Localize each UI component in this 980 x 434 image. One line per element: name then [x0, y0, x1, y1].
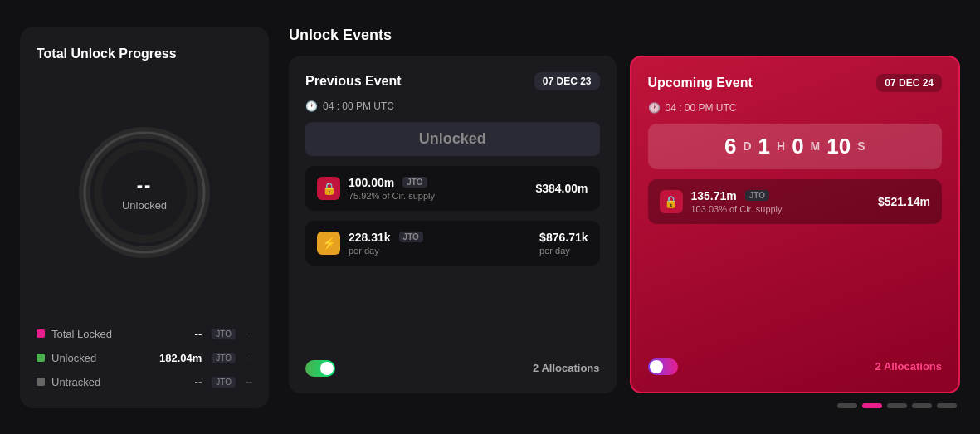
previous-toggle-knob [320, 362, 334, 375]
previous-allocations-label: 2 Allocations [533, 362, 599, 374]
countdown-minutes: 0 [792, 134, 803, 159]
previous-alloc2-usd: $876.71k [539, 231, 588, 244]
stat-extra-untracked: -- [246, 376, 252, 388]
stat-name-untracked: Untracked [51, 376, 188, 388]
upcoming-alloc1-token: JTO [745, 190, 769, 201]
stat-extra-total-locked: -- [246, 328, 252, 339]
previous-alloc1-row: 🔒 100.00m JTO 75.92% of Cir. supply $384… [305, 166, 600, 211]
previous-alloc2-usd-sub: per day [539, 246, 588, 256]
gauge-label: Unlocked [122, 199, 167, 212]
upcoming-allocations-label: 2 Allocations [875, 360, 942, 373]
previous-event-card: Previous Event 07 DEC 23 🕐 04 : 00 PM UT… [289, 56, 617, 393]
token-icon-jto-2: ⚡ [317, 232, 340, 255]
upcoming-event-card: Upcoming Event 07 DEC 24 🕐 04 : 00 PM UT… [630, 56, 961, 393]
previous-event-title: Previous Event [305, 74, 402, 89]
upcoming-toggle[interactable] [648, 358, 678, 375]
stat-dot-gray [37, 378, 45, 386]
stat-dot-green [37, 354, 45, 362]
upcoming-event-date: 07 DEC 24 [876, 74, 942, 92]
dot-3[interactable] [887, 403, 907, 408]
previous-event-time-value: 04 : 00 PM UTC [323, 100, 394, 112]
stat-token-total-locked: JTO [212, 329, 236, 339]
upcoming-alloc1-amount: 135.71m [691, 189, 737, 202]
upcoming-alloc1-sub: 103.03% of Cir. supply [691, 204, 870, 214]
previous-alloc2-main: 228.31k JTO [349, 231, 531, 244]
previous-alloc2-sub: per day [349, 246, 531, 256]
upcoming-token-icon: 🔒 [660, 190, 683, 213]
upcoming-alloc1-main: 135.71m JTO [691, 189, 870, 202]
stat-value-untracked: -- [195, 376, 202, 388]
stat-token-untracked: JTO [212, 377, 236, 388]
previous-alloc1-usd: $384.00m [535, 182, 588, 195]
previous-alloc1-sub: 75.92% of Cir. supply [349, 191, 527, 201]
previous-event-footer: 2 Allocations [305, 360, 600, 377]
upcoming-alloc1-usd: $521.14m [878, 195, 930, 208]
section-title: Unlock Events [289, 27, 960, 44]
previous-alloc1-amount: 100.00m [349, 176, 394, 189]
previous-alloc2-info: 228.31k JTO per day [349, 231, 531, 256]
upcoming-alloc1-row: 🔒 135.71m JTO 103.03% of Cir. supply $52… [648, 179, 943, 224]
stat-row-unlocked: Unlocked 182.04m JTO -- [37, 352, 252, 364]
previous-event-header: Previous Event 07 DEC 23 [305, 72, 600, 90]
previous-event-date: 07 DEC 23 [534, 72, 600, 90]
previous-toggle[interactable] [305, 360, 335, 377]
countdown-seconds-unit: S [857, 139, 865, 153]
upcoming-toggle-knob [650, 360, 663, 373]
stats-list: Total Locked -- JTO -- Unlocked 182.04m … [37, 328, 252, 388]
stat-extra-unlocked: -- [246, 352, 252, 363]
right-section: Unlock Events Previous Event 07 DEC 23 🕐… [289, 27, 960, 408]
stat-token-unlocked: JTO [212, 353, 236, 363]
left-panel-title: Total Unlock Progress [37, 46, 177, 61]
previous-alloc2-token: JTO [399, 232, 423, 242]
events-row: Previous Event 07 DEC 23 🕐 04 : 00 PM UT… [289, 56, 960, 393]
countdown-box: 6 D 1 H 0 M 10 S [648, 124, 943, 169]
upcoming-alloc1-info: 135.71m JTO 103.03% of Cir. supply [691, 189, 870, 214]
dot-5[interactable] [937, 403, 957, 408]
upcoming-event-time: 🕐 04 : 00 PM UTC [648, 102, 943, 114]
left-panel: Total Unlock Progress -- Unlocked Total … [20, 27, 269, 408]
upcoming-event-header: Upcoming Event 07 DEC 24 [648, 74, 943, 92]
dot-4[interactable] [912, 403, 932, 408]
gauge-center: -- Unlocked [122, 174, 167, 212]
stat-row-untracked: Untracked -- JTO -- [37, 376, 252, 388]
stat-name-total-locked: Total Locked [51, 328, 188, 340]
gauge-dashes: -- [137, 174, 153, 196]
stat-row-total-locked: Total Locked -- JTO -- [37, 328, 252, 340]
previous-alloc2-row: ⚡ 228.31k JTO per day $876.71k per day [305, 221, 600, 266]
countdown-days: 6 [724, 134, 736, 159]
dot-1[interactable] [837, 403, 857, 408]
countdown-hours: 1 [758, 134, 770, 159]
previous-alloc1-info: 100.00m JTO 75.92% of Cir. supply [349, 176, 527, 201]
clock-icon-previous: 🕐 [305, 100, 318, 112]
countdown-days-unit: D [743, 139, 751, 153]
dot-2[interactable] [862, 403, 882, 408]
upcoming-event-title: Upcoming Event [648, 76, 753, 90]
previous-alloc1-main: 100.00m JTO [349, 176, 527, 189]
gauge-container: -- Unlocked [37, 78, 252, 308]
gauge-wrapper: -- Unlocked [78, 126, 211, 259]
previous-alloc1-token: JTO [402, 177, 427, 188]
countdown-hours-unit: H [777, 139, 785, 153]
bottom-dots [289, 403, 960, 408]
countdown-seconds: 10 [826, 134, 851, 159]
previous-alloc2-amount: 228.31k [349, 231, 391, 244]
stat-name-unlocked: Unlocked [51, 352, 153, 364]
countdown-minutes-unit: M [811, 139, 821, 153]
stat-value-unlocked: 182.04m [159, 352, 202, 364]
previous-event-time: 🕐 04 : 00 PM UTC [305, 100, 600, 112]
upcoming-event-footer: 2 Allocations [648, 358, 943, 375]
stat-value-total-locked: -- [195, 328, 202, 340]
upcoming-event-time-value: 04 : 00 PM UTC [666, 102, 737, 114]
clock-icon-upcoming: 🕐 [648, 102, 661, 114]
unlocked-pill: Unlocked [305, 122, 600, 156]
stat-dot-pink [37, 329, 45, 338]
token-icon-jto-1: 🔒 [317, 177, 340, 200]
